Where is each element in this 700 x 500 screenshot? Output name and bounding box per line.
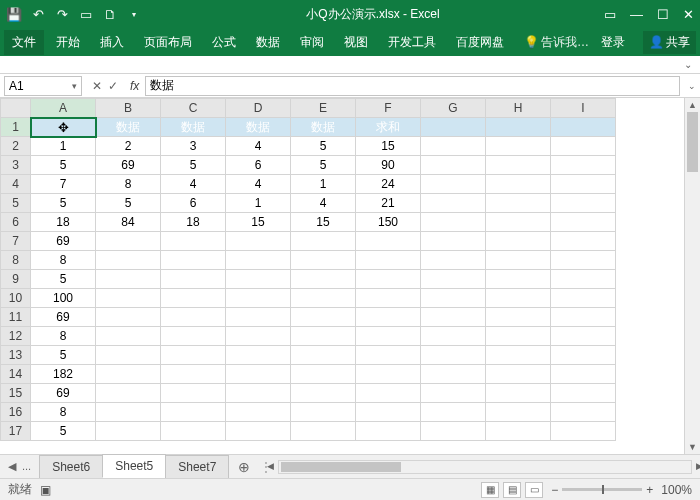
- redo-icon[interactable]: ↷: [54, 6, 70, 22]
- cell[interactable]: 5: [291, 156, 356, 175]
- cell[interactable]: [96, 270, 161, 289]
- chevron-down-icon[interactable]: ▾: [72, 81, 77, 91]
- tab-insert[interactable]: 插入: [92, 30, 132, 55]
- cell[interactable]: [161, 251, 226, 270]
- cell[interactable]: [551, 175, 616, 194]
- cell[interactable]: 84: [96, 213, 161, 232]
- cell[interactable]: [161, 422, 226, 441]
- cell[interactable]: [226, 232, 291, 251]
- cell[interactable]: [551, 137, 616, 156]
- cell[interactable]: 15: [291, 213, 356, 232]
- scroll-up-icon[interactable]: ▲: [685, 100, 700, 110]
- col-header[interactable]: A: [31, 99, 96, 118]
- cell[interactable]: 数据: [291, 118, 356, 137]
- cell[interactable]: [161, 327, 226, 346]
- cell[interactable]: [96, 422, 161, 441]
- cell[interactable]: [486, 346, 551, 365]
- cell[interactable]: [551, 251, 616, 270]
- cell[interactable]: [161, 232, 226, 251]
- row-header[interactable]: 10: [1, 289, 31, 308]
- tab-home[interactable]: 开始: [48, 30, 88, 55]
- cell[interactable]: [291, 270, 356, 289]
- cell[interactable]: [96, 365, 161, 384]
- cell[interactable]: 69: [31, 384, 96, 403]
- cell[interactable]: [486, 422, 551, 441]
- cell[interactable]: [291, 308, 356, 327]
- row-header[interactable]: 9: [1, 270, 31, 289]
- cell[interactable]: 5: [31, 156, 96, 175]
- cell[interactable]: [291, 422, 356, 441]
- zoom-level[interactable]: 100%: [661, 483, 692, 497]
- share-button[interactable]: 👤共享: [643, 31, 696, 54]
- cell[interactable]: [96, 327, 161, 346]
- first-sheet-icon[interactable]: ◀: [8, 460, 16, 473]
- page-break-icon[interactable]: ▭: [525, 482, 543, 498]
- minimize-icon[interactable]: —: [630, 7, 643, 22]
- cell[interactable]: [96, 384, 161, 403]
- cell[interactable]: [486, 327, 551, 346]
- row-header[interactable]: 17: [1, 422, 31, 441]
- row-header[interactable]: 3: [1, 156, 31, 175]
- row-header[interactable]: 2: [1, 137, 31, 156]
- cell[interactable]: 69: [31, 308, 96, 327]
- cell[interactable]: [226, 422, 291, 441]
- tab-layout[interactable]: 页面布局: [136, 30, 200, 55]
- cell[interactable]: [551, 384, 616, 403]
- tell-me[interactable]: 💡告诉我…: [524, 34, 589, 51]
- cell[interactable]: [96, 251, 161, 270]
- cell[interactable]: [356, 403, 421, 422]
- close-icon[interactable]: ✕: [683, 7, 694, 22]
- cell[interactable]: [356, 308, 421, 327]
- col-header[interactable]: F: [356, 99, 421, 118]
- cell[interactable]: 24: [356, 175, 421, 194]
- cell[interactable]: [486, 118, 551, 137]
- select-all-corner[interactable]: [1, 99, 31, 118]
- cell[interactable]: 6: [161, 194, 226, 213]
- cell[interactable]: 5: [31, 194, 96, 213]
- cell[interactable]: 4: [161, 175, 226, 194]
- cell[interactable]: 6: [226, 156, 291, 175]
- cell[interactable]: [486, 232, 551, 251]
- col-header[interactable]: I: [551, 99, 616, 118]
- name-box[interactable]: A1▾: [4, 76, 82, 96]
- cell[interactable]: 150: [356, 213, 421, 232]
- cell[interactable]: [291, 346, 356, 365]
- col-header[interactable]: B: [96, 99, 161, 118]
- cell[interactable]: [356, 289, 421, 308]
- cell[interactable]: 1: [291, 175, 356, 194]
- cell[interactable]: [421, 251, 486, 270]
- cell[interactable]: [551, 194, 616, 213]
- cell[interactable]: 182: [31, 365, 96, 384]
- cell[interactable]: [96, 403, 161, 422]
- cell[interactable]: [551, 346, 616, 365]
- cell[interactable]: [421, 213, 486, 232]
- cell[interactable]: [226, 403, 291, 422]
- cell[interactable]: [421, 365, 486, 384]
- cell[interactable]: 90: [356, 156, 421, 175]
- cell[interactable]: 69: [31, 232, 96, 251]
- cell[interactable]: [291, 251, 356, 270]
- cell[interactable]: [551, 365, 616, 384]
- login-link[interactable]: 登录: [593, 30, 633, 55]
- row-header[interactable]: 1: [1, 118, 31, 137]
- cell[interactable]: [421, 175, 486, 194]
- cell[interactable]: 4: [226, 175, 291, 194]
- cell[interactable]: [486, 137, 551, 156]
- cell[interactable]: 69: [96, 156, 161, 175]
- cell[interactable]: [226, 327, 291, 346]
- cell[interactable]: [421, 422, 486, 441]
- fx-icon[interactable]: fx: [124, 79, 145, 93]
- cell[interactable]: [421, 137, 486, 156]
- cell[interactable]: 15: [226, 213, 291, 232]
- cell[interactable]: [486, 365, 551, 384]
- cell[interactable]: 5: [31, 270, 96, 289]
- cell[interactable]: [486, 270, 551, 289]
- cell[interactable]: [226, 346, 291, 365]
- cell[interactable]: [356, 327, 421, 346]
- cell[interactable]: [291, 327, 356, 346]
- cell[interactable]: [226, 365, 291, 384]
- cell[interactable]: [486, 194, 551, 213]
- scroll-thumb[interactable]: [687, 112, 698, 172]
- tab-file[interactable]: 文件: [4, 30, 44, 55]
- cell[interactable]: [291, 365, 356, 384]
